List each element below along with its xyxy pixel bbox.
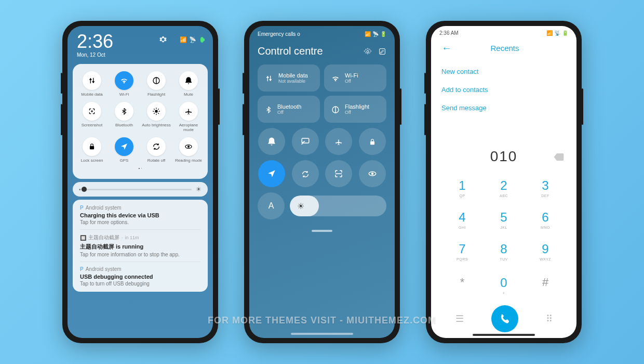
key-1[interactable]: 1QP xyxy=(441,172,483,204)
key-8[interactable]: 8TUV xyxy=(483,236,525,267)
key-3[interactable]: 3DEF xyxy=(525,172,566,204)
tile-bluetooth[interactable]: BluetoothOff xyxy=(258,96,320,123)
call-button[interactable] xyxy=(491,305,518,332)
eye-icon xyxy=(368,169,377,179)
qs-label: Flashlight xyxy=(147,92,165,97)
notif-title: USB debugging connected xyxy=(80,274,200,280)
tile-label: Bluetooth xyxy=(277,103,301,110)
brightness-slider[interactable]: • ☀ xyxy=(73,182,208,197)
toggle-cast[interactable] xyxy=(292,128,319,155)
gps-icon xyxy=(115,137,133,156)
status-bar: 2:36 AM 📶 📡 🔋 xyxy=(431,26,576,40)
key-4[interactable]: 4GHI xyxy=(441,204,483,236)
rotate-icon xyxy=(147,137,166,156)
svg-rect-12 xyxy=(370,141,374,145)
tile-wifi[interactable]: Wi-FiOff xyxy=(324,64,386,92)
dialpad-icon[interactable]: ⠿ xyxy=(546,313,553,324)
key-star[interactable]: * xyxy=(441,269,483,301)
mobile-data-icon xyxy=(265,73,273,83)
notif-title: Charging this device via USB xyxy=(80,212,200,218)
toggle-nav[interactable] xyxy=(258,160,285,187)
qs-rotate[interactable]: Rotate off xyxy=(140,136,172,164)
reading-icon xyxy=(179,137,198,156)
key-5[interactable]: 5JKL xyxy=(483,204,525,236)
toggle-lock[interactable] xyxy=(359,128,386,155)
notif-app-name: Android system xyxy=(86,266,122,272)
toggle-bell[interactable] xyxy=(258,128,285,155)
qs-flashlight[interactable]: Flashlight xyxy=(140,70,172,98)
notif-subtitle: Tap for more information or to stop the … xyxy=(80,252,200,257)
bluetooth-icon xyxy=(115,102,133,121)
key-6[interactable]: 6MNO xyxy=(525,204,566,236)
qs-gps[interactable]: GPS xyxy=(108,136,140,164)
toggle-eye[interactable] xyxy=(359,160,386,187)
mobile-data-icon xyxy=(83,71,101,90)
backspace-button[interactable] xyxy=(554,152,564,161)
svg-point-6 xyxy=(187,146,190,148)
key-0[interactable]: 0+ xyxy=(483,269,525,301)
drag-handle[interactable] xyxy=(312,230,332,232)
qs-label: GPS xyxy=(120,158,129,163)
tile-status: Not available xyxy=(278,79,308,84)
recents-title[interactable]: Recents xyxy=(464,44,545,53)
page-indicator: • · xyxy=(76,164,205,173)
auto-brightness-button[interactable]: A xyxy=(258,192,285,219)
settings-icon[interactable] xyxy=(364,47,372,56)
back-button[interactable]: ← xyxy=(441,42,452,54)
android-p-icon: P xyxy=(80,205,84,211)
edit-icon[interactable] xyxy=(378,47,386,56)
bluetooth-icon xyxy=(265,105,272,114)
key-7[interactable]: 7PQRS xyxy=(441,236,483,267)
key-letters: MNO xyxy=(525,226,566,229)
status-time: 2:36 AM xyxy=(439,30,459,36)
scan-icon xyxy=(334,169,343,179)
qs-mobile-data[interactable]: Mobile data xyxy=(76,70,108,98)
wifi-icon: 📡 xyxy=(189,36,196,43)
status-bar: Emergency calls o 📶 📡 🔋 xyxy=(258,31,386,37)
tile-status: Off xyxy=(277,110,301,115)
toggle-scan[interactable] xyxy=(325,160,352,187)
brightness-low-icon: • xyxy=(79,187,81,192)
key-hash[interactable]: # xyxy=(525,269,566,301)
qs-wifi[interactable]: Wi-Fi xyxy=(108,70,140,98)
lock-icon xyxy=(83,137,101,156)
tile-flashlight[interactable]: FlashlightOff xyxy=(324,96,386,123)
wifi-icon xyxy=(331,73,340,83)
key-2[interactable]: 2ABC xyxy=(483,172,525,204)
svg-point-3 xyxy=(155,110,157,112)
brightness-icon: ☀ xyxy=(297,201,304,211)
notif-subtitle: Tap to turn off USB debugging xyxy=(80,281,200,287)
toggle-rotate[interactable] xyxy=(292,160,319,187)
wifi-icon xyxy=(115,71,133,90)
tile-status: Off xyxy=(345,110,369,115)
qs-label: Bluetooth xyxy=(115,123,133,127)
nav-bar[interactable] xyxy=(473,334,535,336)
qs-screenshot[interactable]: Screenshot xyxy=(76,101,108,133)
tile-mobile-data[interactable]: Mobile dataNot available xyxy=(258,64,320,92)
svg-point-14 xyxy=(371,173,374,175)
control-centre-title: Control centre xyxy=(258,45,323,57)
qs-reading[interactable]: Reading mode xyxy=(172,136,205,164)
menu-icon[interactable]: ☰ xyxy=(455,313,464,324)
notification-card[interactable]: P Android system Charging this device vi… xyxy=(73,200,208,292)
qs-mute[interactable]: Mute xyxy=(172,70,205,98)
send-message-button[interactable]: Send message xyxy=(441,99,566,117)
clock-time: 2:36 xyxy=(77,32,113,51)
qs-lock[interactable]: Lock screen xyxy=(76,136,108,164)
tile-label: Flashlight xyxy=(345,103,369,110)
brightness-slider[interactable]: ☀ xyxy=(290,196,386,216)
bell-icon xyxy=(267,137,276,147)
gear-icon[interactable] xyxy=(159,35,167,44)
add-to-contacts-button[interactable]: Add to contacts xyxy=(441,81,566,99)
qs-auto-brightness[interactable]: Auto brightness xyxy=(140,101,172,133)
qs-label: Reading mode xyxy=(175,158,202,163)
brightness-high-icon: ☀ xyxy=(196,186,202,193)
toggle-airplane[interactable] xyxy=(325,128,352,155)
new-contact-button[interactable]: New contact xyxy=(441,62,566,81)
nav-bar[interactable] xyxy=(291,333,353,335)
quick-settings-panel: Mobile dataWi-FiFlashlightMuteScreenshot… xyxy=(73,64,208,179)
key-9[interactable]: 9WXYZ xyxy=(525,236,566,267)
key-number: 5 xyxy=(483,210,525,225)
qs-airplane[interactable]: Aeroplane mode xyxy=(172,101,205,133)
qs-bluetooth[interactable]: Bluetooth xyxy=(108,101,140,133)
